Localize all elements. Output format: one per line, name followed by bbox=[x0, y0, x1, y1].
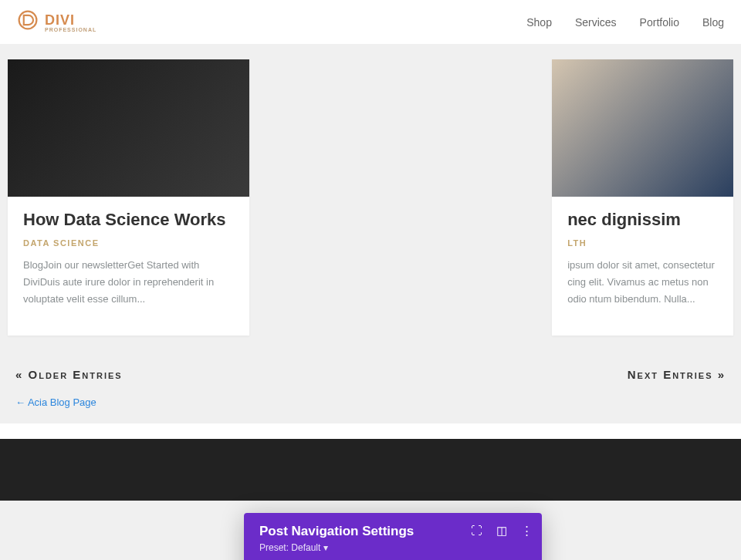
footer bbox=[0, 439, 741, 501]
blog-card[interactable]: nec dignissim LTH ipsum dolor sit amet, … bbox=[552, 59, 733, 336]
kebab-menu-icon[interactable]: ⋮ bbox=[521, 524, 533, 538]
nav-shop[interactable]: Shop bbox=[526, 16, 552, 29]
settings-panel: Post Navigation Settings Preset: Default… bbox=[244, 513, 542, 560]
logo[interactable]: DIVI PROFESSIONAL bbox=[17, 9, 96, 35]
card-excerpt: ipsum dolor sit amet, consectetur cing e… bbox=[567, 257, 718, 308]
card-category[interactable]: DATA SCIENCE bbox=[23, 238, 234, 248]
nav-blog[interactable]: Blog bbox=[702, 16, 724, 29]
site-header: DIVI PROFESSIONAL Shop Services Portfoli… bbox=[0, 0, 741, 44]
panel-preset[interactable]: Preset: Default ▾ bbox=[259, 542, 526, 553]
pagination: « Older Entries Next Entries » bbox=[0, 351, 741, 392]
nav-portfolio[interactable]: Portfolio bbox=[640, 16, 679, 29]
blog-grid: How Data Science Works DATA SCIENCE Blog… bbox=[0, 44, 741, 351]
card-title: How Data Science Works bbox=[23, 209, 234, 231]
card-image bbox=[8, 59, 249, 197]
card-excerpt: BlogJoin our newsletterGet Started with … bbox=[23, 257, 234, 308]
back-link[interactable]: ← Acia Blog Page bbox=[0, 392, 741, 423]
logo-text: DIVI bbox=[45, 12, 75, 28]
logo-subtext: PROFESSIONAL bbox=[45, 27, 96, 32]
main-nav: Shop Services Portfolio Blog bbox=[526, 16, 724, 29]
expand-icon[interactable]: ⛶ bbox=[471, 524, 482, 538]
nav-services[interactable]: Services bbox=[575, 16, 617, 29]
blog-card[interactable]: How Data Science Works DATA SCIENCE Blog… bbox=[8, 59, 249, 336]
card-image bbox=[552, 59, 733, 197]
next-entries-link[interactable]: Next Entries » bbox=[628, 368, 726, 381]
panel-header[interactable]: Post Navigation Settings Preset: Default… bbox=[244, 513, 542, 560]
older-entries-link[interactable]: « Older Entries bbox=[15, 368, 123, 381]
card-title: nec dignissim bbox=[567, 209, 718, 231]
card-category[interactable]: LTH bbox=[567, 238, 718, 248]
divi-logo-icon bbox=[17, 9, 39, 35]
responsive-icon[interactable]: ◫ bbox=[496, 524, 507, 538]
